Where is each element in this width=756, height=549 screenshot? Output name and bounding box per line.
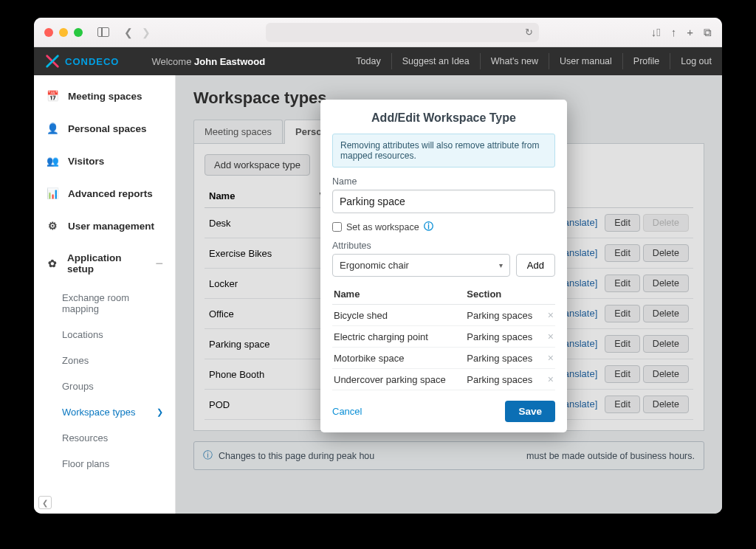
cancel-button[interactable]: Cancel <box>332 406 362 417</box>
collapse-icon: − <box>155 256 163 272</box>
info-icon[interactable]: ⓘ <box>424 221 433 233</box>
set-as-workspace-row: Set as workspace ⓘ <box>332 221 555 233</box>
person-icon: 👤 <box>46 122 59 134</box>
sidebar-item-application-setup[interactable]: ✿ Application setup − <box>34 242 175 285</box>
meeting-icon: 📅 <box>46 90 59 102</box>
sidebar-sub-locations[interactable]: Locations <box>34 322 175 348</box>
user-name: John Eastwood <box>194 56 265 67</box>
add-attribute-button[interactable]: Add <box>516 254 555 277</box>
chart-icon: 📊 <box>46 187 59 199</box>
header-link-profile[interactable]: Profile <box>622 53 670 69</box>
brand-logo[interactable]: CONDECO <box>34 53 129 69</box>
sidebar: 📅 Meeting spaces 👤 Personal spaces 👥 Vis… <box>34 75 176 514</box>
attr-name: Undercover parking space <box>332 369 465 390</box>
attribute-row: Motorbike spaceParking spaces× <box>332 348 555 369</box>
set-as-workspace-checkbox[interactable] <box>332 222 342 232</box>
brand-mark-icon <box>44 53 61 69</box>
header-link-today[interactable]: Today <box>346 53 391 69</box>
modal-col-name: Name <box>332 284 465 305</box>
chevron-down-icon: ▾ <box>499 261 503 269</box>
attr-section: Parking spaces <box>465 326 545 348</box>
reload-icon[interactable]: ↻ <box>525 27 533 38</box>
back-button[interactable]: ❮ <box>121 25 136 40</box>
new-tab-icon[interactable]: + <box>687 26 693 39</box>
attribute-row: Undercover parking spaceParking spaces× <box>332 369 555 390</box>
modal-alert: Removing attributes will also remove att… <box>332 134 555 168</box>
sidebar-sub-groups[interactable]: Groups <box>34 373 175 399</box>
sidebar-sub-workspace-types[interactable]: Workspace types ❯ <box>34 399 175 425</box>
address-bar[interactable]: ↻ <box>266 23 539 42</box>
remove-attribute-icon[interactable]: × <box>548 352 554 364</box>
set-as-workspace-label: Set as workspace <box>346 222 419 232</box>
minimize-window-icon[interactable] <box>59 28 68 37</box>
header-link-logout[interactable]: Log out <box>670 53 722 69</box>
attribute-row: Bicycle shedParking spaces× <box>332 305 555 326</box>
attr-section: Parking spaces <box>465 305 545 326</box>
attr-name: Bicycle shed <box>332 305 465 326</box>
attr-section: Parking spaces <box>465 348 545 369</box>
app-header: CONDECO Welcome John Eastwood Today Sugg… <box>34 47 722 75</box>
gear-icon: ✿ <box>46 258 58 269</box>
attribute-select[interactable]: Ergonomic chair ▾ <box>332 254 510 277</box>
attribute-select-value: Ergonomic chair <box>340 260 409 271</box>
traffic-lights <box>44 28 83 37</box>
chevron-right-icon: ❯ <box>157 407 163 417</box>
attr-name: Electric charging point <box>332 326 465 348</box>
remove-attribute-icon[interactable]: × <box>548 309 554 321</box>
tabs-overview-icon[interactable]: ⧉ <box>704 26 712 39</box>
sidebar-item-visitors[interactable]: 👥 Visitors <box>34 145 175 177</box>
header-link-whatsnew[interactable]: What's new <box>480 53 549 69</box>
visitors-icon: 👥 <box>46 155 59 167</box>
name-label: Name <box>332 176 555 187</box>
attr-section: Parking spaces <box>465 369 545 390</box>
close-window-icon[interactable] <box>44 28 53 37</box>
modal-col-section: Section <box>465 284 545 305</box>
modal-attributes-table: Name Section Bicycle shedParking spaces×… <box>332 284 555 390</box>
attributes-label: Attributes <box>332 241 555 251</box>
nav-arrows: ❮ ❯ <box>121 25 154 40</box>
sidebar-item-user-management[interactable]: ⚙︎ User management <box>34 210 175 242</box>
sidebar-item-personal-spaces[interactable]: 👤 Personal spaces <box>34 112 175 145</box>
modal-title: Add/Edit Workspace Type <box>332 111 555 125</box>
welcome-text: Welcome John Eastwood <box>151 56 265 67</box>
remove-attribute-icon[interactable]: × <box>548 373 554 385</box>
sidebar-item-meeting-spaces[interactable]: 📅 Meeting spaces <box>34 80 175 112</box>
forward-button[interactable]: ❯ <box>139 25 154 40</box>
maximize-window-icon[interactable] <box>74 28 83 37</box>
attr-name: Motorbike space <box>332 348 465 369</box>
save-button[interactable]: Save <box>505 401 555 422</box>
collapse-sidebar-button[interactable]: ❮ <box>38 496 52 509</box>
sidebar-sub-resources[interactable]: Resources <box>34 425 175 451</box>
sidebar-sub-zones[interactable]: Zones <box>34 348 175 373</box>
users-icon: ⚙︎ <box>46 220 59 232</box>
mac-titlebar: ❮ ❯ ↻ ↓⃝ ↑ + ⧉ <box>34 18 722 47</box>
toolbar-right: ↓⃝ ↑ + ⧉ <box>651 26 712 39</box>
brand-text: CONDECO <box>65 56 119 67</box>
sidebar-toggle-icon[interactable] <box>97 27 109 37</box>
sidebar-sub-floorplans[interactable]: Floor plans <box>34 451 175 477</box>
remove-attribute-icon[interactable]: × <box>548 331 554 342</box>
sidebar-item-advanced-reports[interactable]: 📊 Advanced reports <box>34 177 175 210</box>
header-link-suggest[interactable]: Suggest an Idea <box>391 53 480 69</box>
add-edit-workspace-modal: Add/Edit Workspace Type Removing attribu… <box>320 100 567 432</box>
attribute-row: Electric charging pointParking spaces× <box>332 326 555 348</box>
browser-window: ❮ ❯ ↻ ↓⃝ ↑ + ⧉ CONDECO Welcome John East… <box>34 18 722 514</box>
share-icon[interactable]: ↑ <box>671 26 677 39</box>
download-icon[interactable]: ↓⃝ <box>651 26 661 39</box>
header-links: Today Suggest an Idea What's new User ma… <box>346 53 722 69</box>
header-link-manual[interactable]: User manual <box>549 53 622 69</box>
sidebar-sub-exchange[interactable]: Exchange room mapping <box>34 285 175 322</box>
name-input[interactable] <box>332 190 555 213</box>
